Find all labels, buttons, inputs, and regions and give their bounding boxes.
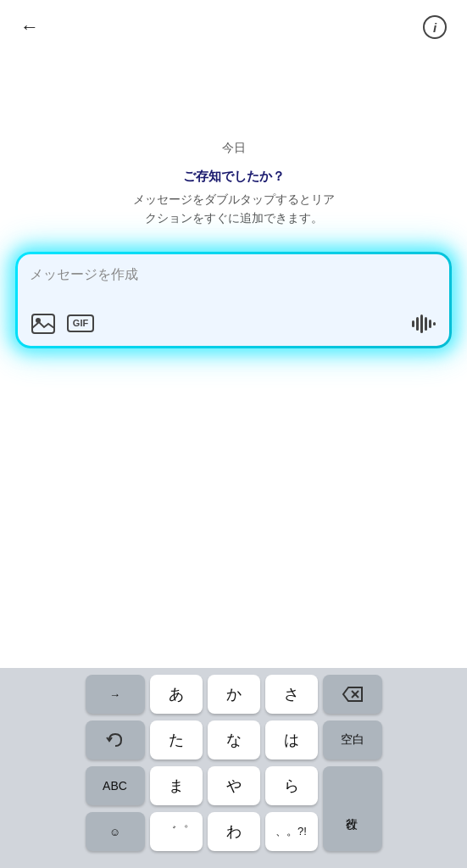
key-sa[interactable]: さ (265, 675, 318, 714)
key-ya[interactable]: や (208, 766, 260, 805)
header: ← i (0, 0, 467, 47)
keyboard-row-3-inner: ABC ま や ら (86, 766, 318, 805)
key-ta[interactable]: た (150, 721, 203, 760)
tip-body: メッセージをダブルタップするとリアクションをすぐに追加できます。 (133, 190, 335, 228)
keyboard-rows-34-left: ABC ま や ら ☺ ゛゜ わ 、。?! (86, 766, 318, 851)
svg-rect-6 (429, 320, 431, 328)
image-button[interactable] (30, 310, 57, 337)
svg-rect-0 (32, 314, 54, 333)
key-a[interactable]: あ (150, 675, 203, 714)
key-arrow[interactable]: → (86, 675, 145, 714)
tip-title: ご存知でしたか？ (133, 166, 335, 186)
key-undo[interactable] (86, 721, 145, 760)
image-icon (31, 314, 55, 334)
message-input-inner: GIF (18, 254, 449, 346)
date-label: 今日 (222, 141, 246, 156)
key-dakuten[interactable]: ゛゜ (150, 812, 203, 851)
key-ka[interactable]: か (208, 675, 260, 714)
chat-area: 今日 ご存知でしたか？ メッセージをダブルタップするとリアクションをすぐに追加で… (0, 47, 467, 228)
key-ra[interactable]: ら (265, 766, 318, 805)
keyboard-row-34: ABC ま や ら ☺ ゛゜ わ 、。?! 改行 (5, 766, 462, 851)
key-backspace[interactable] (323, 675, 382, 714)
svg-rect-5 (425, 317, 427, 331)
key-punct[interactable]: 、。?! (265, 812, 318, 851)
input-toolbar: GIF (30, 310, 437, 337)
key-na[interactable]: な (208, 721, 260, 760)
gif-label: GIF (67, 314, 94, 332)
undo-icon (106, 732, 125, 748)
voice-icon (411, 314, 436, 334)
key-ma[interactable]: ま (150, 766, 203, 805)
svg-marker-8 (343, 687, 362, 701)
toolbar-left: GIF (30, 310, 94, 337)
gif-button[interactable]: GIF (67, 310, 94, 337)
voice-button[interactable] (410, 310, 437, 337)
key-space[interactable]: 空白 (323, 721, 382, 760)
svg-rect-4 (420, 314, 423, 333)
back-button[interactable]: ← (20, 16, 39, 38)
keyboard: → あ か さ た な は 空白 ABC ま や (0, 668, 467, 868)
key-wa[interactable]: わ (208, 812, 260, 851)
key-abc[interactable]: ABC (86, 766, 145, 805)
tip-box: ご存知でしたか？ メッセージをダブルタップするとリアクションをすぐに追加できます… (133, 166, 335, 228)
svg-rect-3 (416, 317, 419, 331)
backspace-icon (342, 686, 364, 703)
svg-rect-2 (412, 320, 414, 327)
info-button[interactable]: i (423, 15, 447, 39)
keyboard-row-1: → あ か さ (5, 675, 462, 714)
svg-rect-7 (433, 322, 436, 326)
message-input-wrapper: GIF (15, 252, 452, 348)
key-emoji[interactable]: ☺ (86, 812, 145, 851)
key-ha[interactable]: は (265, 721, 318, 760)
message-textarea[interactable] (30, 266, 437, 300)
keyboard-row-2: た な は 空白 (5, 721, 462, 760)
keyboard-row-4-inner: ☺ ゛゜ わ 、。?! (86, 812, 318, 851)
key-enter[interactable]: 改行 (323, 766, 382, 851)
